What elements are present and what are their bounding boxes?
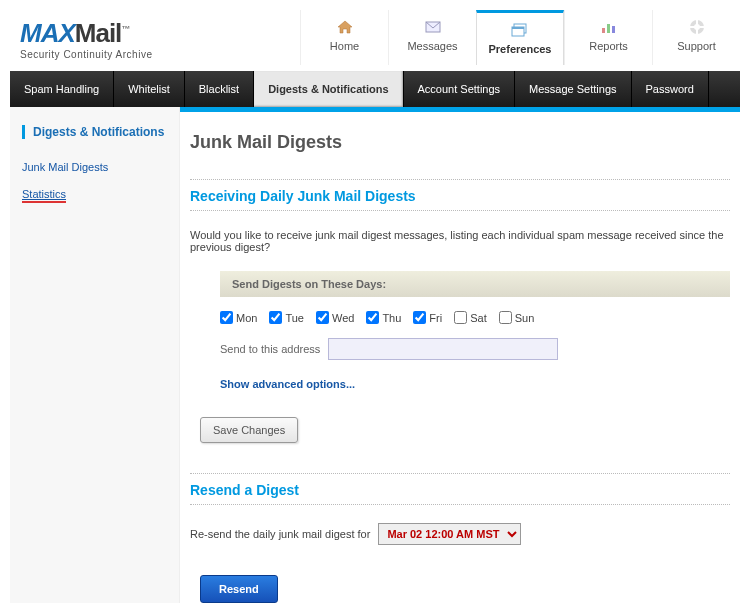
- nav-preferences[interactable]: Preferences: [476, 10, 564, 65]
- top-nav: Home Messages Preferences Reports Suppor…: [300, 10, 740, 65]
- resend-date-select[interactable]: Mar 02 12:00 AM MST: [378, 523, 521, 545]
- logo-text-mail: Mail: [75, 18, 122, 48]
- envelope-icon: [389, 18, 476, 36]
- days-header: Send Digests on These Days:: [220, 271, 730, 297]
- checkbox-thu[interactable]: [366, 311, 379, 324]
- day-thu[interactable]: Thu: [366, 311, 401, 324]
- chart-icon: [565, 18, 652, 36]
- tab-digests-notifications[interactable]: Digests & Notifications: [254, 71, 403, 107]
- checkbox-sun[interactable]: [499, 311, 512, 324]
- window-icon: [477, 21, 563, 39]
- day-tue[interactable]: Tue: [269, 311, 304, 324]
- svg-rect-6: [612, 26, 615, 33]
- send-to-input[interactable]: [328, 338, 558, 360]
- save-changes-button[interactable]: Save Changes: [200, 417, 298, 443]
- logo-tm: ™: [121, 24, 129, 34]
- logo-text-max: MAX: [20, 18, 75, 48]
- day-sat[interactable]: Sat: [454, 311, 487, 324]
- day-wed[interactable]: Wed: [316, 311, 354, 324]
- nav-messages[interactable]: Messages: [388, 10, 476, 65]
- tab-message-settings[interactable]: Message Settings: [515, 71, 631, 107]
- sidebar: Digests & Notifications Junk Mail Digest…: [10, 107, 180, 603]
- day-sun[interactable]: Sun: [499, 311, 535, 324]
- receiving-question: Would you like to receive junk mail dige…: [190, 229, 730, 253]
- nav-label: Preferences: [489, 43, 552, 55]
- send-to-label: Send to this address: [220, 343, 320, 355]
- support-icon: [653, 18, 740, 36]
- tab-spam-handling[interactable]: Spam Handling: [10, 71, 114, 107]
- section-resend-title: Resend a Digest: [190, 482, 730, 498]
- checkbox-fri[interactable]: [413, 311, 426, 324]
- nav-label: Reports: [589, 40, 628, 52]
- sidebar-link-statistics[interactable]: Statistics: [22, 188, 66, 203]
- checkbox-mon[interactable]: [220, 311, 233, 324]
- checkbox-wed[interactable]: [316, 311, 329, 324]
- accent-bar: [180, 107, 740, 112]
- resend-label: Re-send the daily junk mail digest for: [190, 528, 370, 540]
- logo-tagline: Security Continuity Archive: [20, 49, 152, 60]
- svg-rect-4: [602, 28, 605, 33]
- day-mon[interactable]: Mon: [220, 311, 257, 324]
- checkbox-sat[interactable]: [454, 311, 467, 324]
- section-receiving-title: Receiving Daily Junk Mail Digests: [190, 188, 730, 204]
- checkbox-tue[interactable]: [269, 311, 282, 324]
- tab-password[interactable]: Password: [632, 71, 709, 107]
- svg-rect-3: [512, 27, 524, 29]
- nav-label: Home: [330, 40, 359, 52]
- days-row: Mon Tue Wed Thu Fri Sat Sun: [220, 311, 730, 324]
- sidebar-link-junk-mail-digests[interactable]: Junk Mail Digests: [22, 161, 167, 173]
- tab-blacklist[interactable]: Blacklist: [185, 71, 254, 107]
- nav-label: Support: [677, 40, 716, 52]
- home-icon: [301, 18, 388, 36]
- page-title: Junk Mail Digests: [190, 132, 730, 153]
- nav-label: Messages: [407, 40, 457, 52]
- tab-whitelist[interactable]: Whitelist: [114, 71, 185, 107]
- logo: MAXMail™ Security Continuity Archive: [20, 10, 152, 60]
- sidebar-header: Digests & Notifications: [22, 125, 167, 139]
- resend-button[interactable]: Resend: [200, 575, 278, 603]
- tab-account-settings[interactable]: Account Settings: [404, 71, 516, 107]
- day-fri[interactable]: Fri: [413, 311, 442, 324]
- nav-home[interactable]: Home: [300, 10, 388, 65]
- svg-rect-5: [607, 24, 610, 33]
- advanced-options-link[interactable]: Show advanced options...: [220, 378, 355, 390]
- nav-reports[interactable]: Reports: [564, 10, 652, 65]
- nav-support[interactable]: Support: [652, 10, 740, 65]
- tab-bar: Spam Handling Whitelist Blacklist Digest…: [10, 71, 740, 107]
